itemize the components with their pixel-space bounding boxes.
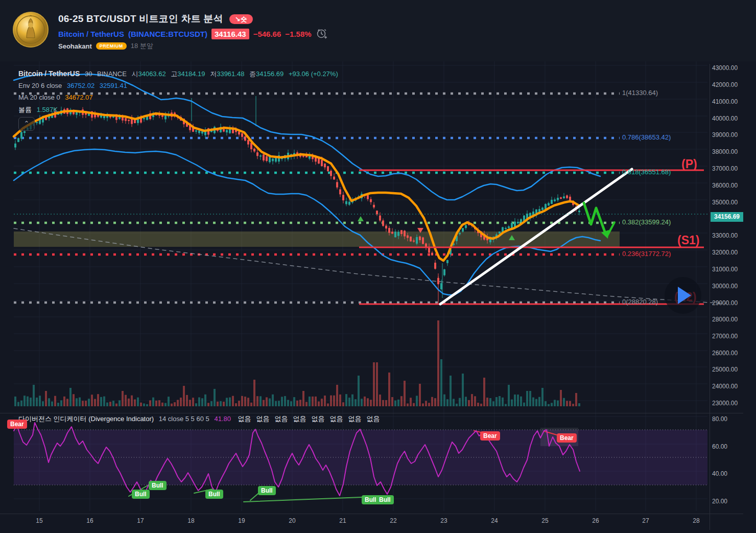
time-axis-label: 15 xyxy=(36,517,42,524)
time-axis-label: 25 xyxy=(541,517,548,524)
alert-clock-icon[interactable] xyxy=(316,28,328,40)
price-axis-label: 31000.00 xyxy=(712,266,744,273)
price-axis-label: 38000.00 xyxy=(712,148,744,155)
idea-header: 06-25 BTC/USDT 비트코인 차트 분석 ↘숏 Bitcoin / T… xyxy=(0,0,756,61)
bull-signal-label: Bull xyxy=(132,490,150,499)
main-series-legend[interactable]: Bitcoin / TetherUS 30 BINANCE 시34063.62 … xyxy=(18,69,338,79)
pane-separator xyxy=(0,413,743,413)
indicator-axis-label: 60.00 xyxy=(712,443,744,450)
high-value: 34184.19 xyxy=(177,70,205,78)
time-axis-label: 20 xyxy=(289,517,295,524)
divergence-flag: 없음 xyxy=(293,415,306,423)
bull-signal-label: Bull xyxy=(258,486,276,495)
tradingview-idea-page: 06-25 BTC/USDT 비트코인 차트 분석 ↘숏 Bitcoin / T… xyxy=(0,0,756,533)
ma-indicator-legend[interactable]: MA 20 close 0 34672.07 xyxy=(18,94,93,101)
fib-level-label: 0.618(36551.68) xyxy=(622,168,671,176)
play-icon xyxy=(678,287,691,304)
divergence-flag: 없음 xyxy=(275,415,288,423)
price-axis-label: 26000.00 xyxy=(712,350,744,357)
pivot-level-label: (S1) xyxy=(677,234,699,247)
price-axis-label: 24000.00 xyxy=(712,383,744,390)
divergence-value: 41.80 xyxy=(214,415,231,423)
volume-name[interactable]: 볼륨 xyxy=(18,106,32,113)
legend-interval[interactable]: 30 xyxy=(85,70,92,78)
pivot-level-label: (P) xyxy=(681,157,697,171)
last-price-axis-badge: 34156.69 xyxy=(711,212,743,222)
arrow-down-right-icon: ↘숏 xyxy=(235,15,247,23)
low-label: 저 xyxy=(210,70,217,78)
divergence-flag: 없음 xyxy=(348,415,362,423)
close-label: 종 xyxy=(249,70,256,78)
short-direction-badge: ↘숏 xyxy=(229,14,253,24)
bear-signal-label: Bear xyxy=(480,431,500,441)
price-axis-label: 30000.00 xyxy=(712,283,744,290)
time-axis-label: 16 xyxy=(86,517,93,524)
bear-signal-label: Bear xyxy=(7,420,27,429)
divergence-flag: 없음 xyxy=(330,415,343,423)
ma-value: 34672.07 xyxy=(65,94,92,101)
env-name[interactable]: Env 20 6 close xyxy=(18,82,62,89)
ma-name[interactable]: MA 20 close 0 xyxy=(18,94,60,101)
indicator-axis-label: 20.00 xyxy=(712,498,744,505)
published-time: 18 분앞 xyxy=(131,41,153,51)
time-axis-label: 22 xyxy=(390,517,396,524)
time-axis-separator xyxy=(0,514,743,514)
bar-change-value: +93.06 (+0.27%) xyxy=(289,70,338,78)
time-axis-label: 21 xyxy=(339,517,346,524)
change-percent: −1.58% xyxy=(285,30,311,38)
price-axis-label: 43000.00 xyxy=(712,64,744,72)
collapse-pane-button[interactable]: ⌃ xyxy=(18,117,35,131)
bear-signal-label: Bear xyxy=(557,433,577,443)
page-title: 06-25 BTC/USDT 비트코인 차트 분석 xyxy=(58,12,223,26)
close-value: 34156.69 xyxy=(256,70,284,78)
time-axis-label: 24 xyxy=(491,517,498,524)
divergence-flag: 없음 xyxy=(312,415,325,423)
bull-signal-label: Bull xyxy=(376,495,394,504)
indicator-axis-label: 40.00 xyxy=(712,470,744,477)
exchange-symbol-link[interactable]: (BINANCE:BTCUSDT) xyxy=(128,30,207,38)
chart-widget[interactable]: Bitcoin / TetherUS 30 BINANCE 시34063.62 … xyxy=(0,61,756,533)
divergence-name[interactable]: 다이버전스 인디케이터 (Divergence Indicator) xyxy=(18,415,154,423)
legend-symbol[interactable]: Bitcoin / TetherUS xyxy=(18,69,80,78)
time-axis-label: 17 xyxy=(137,517,144,524)
price-axis-label: 40000.00 xyxy=(712,115,744,122)
author-avatar-coin[interactable] xyxy=(12,11,49,48)
open-value: 34063.62 xyxy=(138,70,166,78)
replay-play-button[interactable] xyxy=(665,277,701,314)
price-axis-label: 36000.00 xyxy=(712,182,744,189)
time-axis-label: 26 xyxy=(592,517,599,524)
author-name[interactable]: Seohakant xyxy=(58,42,92,50)
volume-legend[interactable]: 볼륨 1.587K xyxy=(18,105,58,114)
high-label: 고 xyxy=(171,70,177,78)
price-axis-label: 25000.00 xyxy=(712,366,744,373)
fib-level-label: 0(28820.28) xyxy=(622,298,658,306)
divergence-flag: 없음 xyxy=(256,415,270,423)
symbol-link[interactable]: Bitcoin / TetherUS xyxy=(58,30,124,38)
price-axis-label: 23000.00 xyxy=(712,400,744,407)
env-indicator-legend[interactable]: Env 20 6 close 36752.02 32591.41 xyxy=(18,82,127,89)
fib-level-label: 0.786(38653.42) xyxy=(622,133,671,141)
time-axis-label: 28 xyxy=(693,517,699,524)
price-axis-label: 37000.00 xyxy=(712,165,744,172)
price-axis-label: 33000.00 xyxy=(712,232,744,239)
price-axis-label: 27000.00 xyxy=(712,333,744,340)
env-upper-value: 36752.02 xyxy=(67,82,94,89)
last-price-badge: 34116.43 xyxy=(211,29,249,39)
divergence-indicator-legend[interactable]: 다이버전스 인디케이터 (Divergence Indicator) 14 cl… xyxy=(18,414,380,424)
price-axis-label: 35000.00 xyxy=(712,199,744,206)
divergence-flag: 없음 xyxy=(238,415,251,423)
bull-signal-label: Bull xyxy=(205,490,223,499)
volume-value: 1.587K xyxy=(37,106,58,113)
chart-canvas[interactable] xyxy=(0,61,756,533)
time-axis-label: 18 xyxy=(187,517,194,524)
env-lower-value: 32591.41 xyxy=(100,82,127,89)
fib-level-label: 0.236(31772.72) xyxy=(622,250,671,258)
time-axis-label: 19 xyxy=(238,517,245,524)
open-label: 시 xyxy=(131,70,138,78)
low-value: 33961.48 xyxy=(217,70,244,78)
time-axis-label: 27 xyxy=(642,517,649,524)
change-absolute: −546.66 xyxy=(253,30,281,38)
divergence-flag: 없음 xyxy=(367,415,380,423)
fib-level-label: 0.382(33599.24) xyxy=(622,218,671,226)
premium-badge: PREMIUM xyxy=(96,42,127,50)
